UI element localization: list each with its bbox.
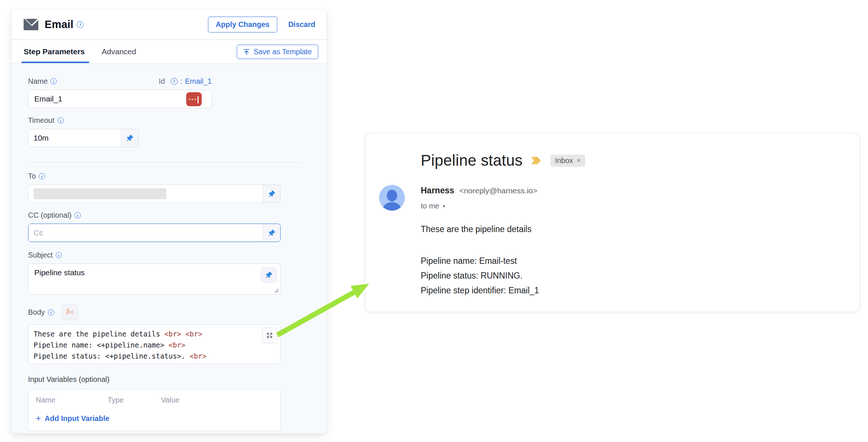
discard-button[interactable]: Discard <box>288 20 315 29</box>
id-info-icon[interactable]: i <box>171 78 178 85</box>
sender-avatar <box>379 185 405 211</box>
code-line: These are the pipeline details <br> <br> <box>34 328 259 339</box>
name-input[interactable]: Email_1 ···| <box>28 90 212 108</box>
tab-advanced[interactable]: Advanced <box>102 41 136 63</box>
plus-icon: + <box>36 413 41 424</box>
code-line: Pipeline status: <+pipeline.status>. <br… <box>34 351 259 362</box>
panel-title: Email <box>45 18 73 31</box>
body-editor-lines: These are the pipeline details <br> <br>… <box>34 328 259 364</box>
email-info-icon[interactable]: i <box>77 21 84 28</box>
column-header: Type <box>108 396 161 404</box>
resize-handle[interactable] <box>274 288 279 293</box>
save-as-template-button[interactable]: Save as Template <box>237 45 318 59</box>
tab-bar: Step Parameters Advanced Save as Templat… <box>11 40 326 64</box>
email-body-line: Pipeline step identifier: Email_1 <box>421 283 539 298</box>
timeout-label: Timeout i <box>28 116 310 125</box>
sender-line: Harness <noreply@harness.io> <box>421 186 537 196</box>
subject-textarea[interactable]: Pipeline status <box>28 263 281 295</box>
column-header: Name <box>36 396 108 404</box>
add-input-variable-button[interactable]: + Add Input Variable <box>36 413 273 424</box>
code-line: Pipeline name: <+pipeline.name> <br> <box>34 339 259 351</box>
section-divider <box>26 162 304 162</box>
step-parameters-form: Name i Id i : Email_1 Email_1 ···| Timeo… <box>11 64 326 433</box>
pin-icon <box>268 190 276 198</box>
remove-label-icon[interactable]: × <box>577 157 581 165</box>
input-variables-table: NameTypeValue + Add Input Variable <box>28 389 281 431</box>
column-header: Value <box>161 396 180 404</box>
email-body-line: These are the pipeline details <box>421 222 539 236</box>
name-label: Name i <box>28 77 57 86</box>
sender-email: <noreply@harness.io> <box>459 186 538 195</box>
email-body-line: Pipeline status: RUNNING. <box>421 268 539 283</box>
id-value-link[interactable]: Email_1 <box>185 77 212 86</box>
panel-header: Email i Apply Changes Discard <box>11 10 326 40</box>
pin-icon <box>268 229 276 237</box>
password-manager-icon[interactable]: ···| <box>186 92 202 106</box>
to-info-icon[interactable]: i <box>39 173 45 179</box>
id-line: Id i : Email_1 <box>159 77 212 86</box>
code-line: Pipeline step identifier: <+step.identif… <box>34 362 259 364</box>
subject-pin-button[interactable] <box>261 267 277 283</box>
chevron-down-icon: ▾ <box>443 203 445 209</box>
cc-input[interactable]: Cc <box>28 224 281 242</box>
to-pin-button[interactable] <box>263 185 280 203</box>
body-label: Body i <box>28 308 54 317</box>
email-body: These are the pipeline detailsPipeline n… <box>421 222 539 298</box>
to-input[interactable] <box>28 184 281 203</box>
timeout-input[interactable]: 10m <box>28 129 139 147</box>
email-step-icon <box>24 19 38 30</box>
pin-icon <box>265 271 273 279</box>
to-label: To i <box>28 172 310 180</box>
sender-name: Harness <box>421 186 454 195</box>
expand-editor-button[interactable] <box>262 328 277 343</box>
cc-label: CC (optional) i <box>28 211 310 220</box>
email-step-config-panel: Email i Apply Changes Discard Step Param… <box>11 9 327 434</box>
upload-icon <box>243 48 250 55</box>
subject-label: Subject i <box>28 251 310 259</box>
redacted-recipient <box>34 188 166 199</box>
label-arrow-icon <box>531 156 542 165</box>
inbox-label-chip[interactable]: Inbox × <box>551 155 585 167</box>
pin-icon <box>126 134 134 142</box>
email-subject-title: Pipeline status <box>421 152 522 169</box>
fullscreen-icon <box>266 332 273 339</box>
email-body-line: Pipeline name: Email-test <box>421 253 539 268</box>
recipient-dropdown[interactable]: to me ▾ <box>421 202 537 210</box>
cc-info-icon[interactable]: i <box>74 212 81 218</box>
subject-info-icon[interactable]: i <box>56 252 62 258</box>
body-info-icon[interactable]: i <box>48 309 54 315</box>
expression-fx-button[interactable]: f(x) <box>62 304 79 320</box>
apply-changes-button[interactable]: Apply Changes <box>208 17 277 32</box>
tab-step-parameters[interactable]: Step Parameters <box>24 41 85 63</box>
timeout-pin-button[interactable] <box>121 129 138 147</box>
name-info-icon[interactable]: i <box>51 78 57 84</box>
gmail-preview-card: Pipeline status Inbox × Harness <noreply… <box>365 133 860 312</box>
timeout-info-icon[interactable]: i <box>58 117 64 124</box>
body-editor[interactable]: These are the pipeline details <br> <br>… <box>28 324 281 364</box>
cc-pin-button[interactable] <box>263 224 280 242</box>
input-variables-label: Input Variables (optional) <box>28 375 310 384</box>
input-variables-header: NameTypeValue <box>36 396 273 404</box>
